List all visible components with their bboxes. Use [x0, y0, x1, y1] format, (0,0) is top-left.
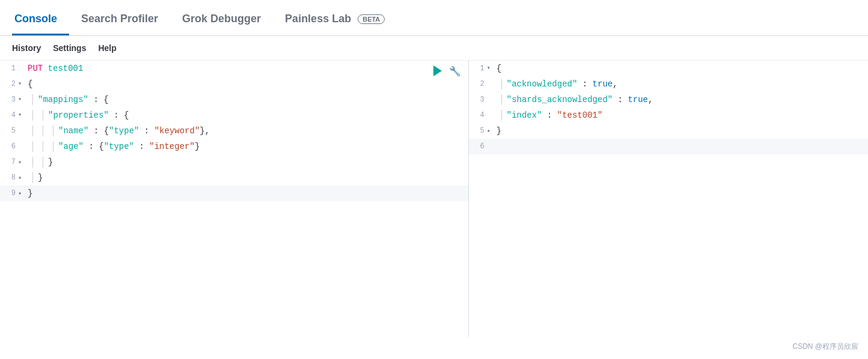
- indent-guide: [43, 141, 43, 152]
- syntax-token: "acknowledged": [507, 79, 578, 89]
- fold-arrow[interactable]: ▴: [18, 170, 25, 186]
- syntax-token: "index": [507, 110, 542, 120]
- code-line: 5▴}: [469, 123, 868, 139]
- line-content: "acknowledged" : true,: [494, 76, 618, 92]
- line-number: 3: [0, 92, 18, 107]
- indent-guide: [32, 141, 33, 152]
- tab-grok-debugger[interactable]: Grok Debugger: [170, 13, 273, 35]
- fold-arrow[interactable]: ▴: [18, 154, 25, 170]
- indent-guide: [501, 94, 502, 105]
- line-content: "index" : "test001": [494, 107, 603, 123]
- code-line: 3▾"mappings" : {: [0, 92, 468, 107]
- indent-guide: [32, 94, 33, 105]
- syntax-token: "properties": [48, 110, 109, 120]
- fold-arrow[interactable]: ▾: [18, 92, 25, 107]
- syntax-token: "keyword": [154, 126, 200, 136]
- right-code-editor: 1▾{2"acknowledged" : true,3"shards_ackno…: [469, 61, 868, 154]
- syntax-token: true: [628, 95, 648, 104]
- code-line: 4▾"properties" : {: [0, 107, 468, 123]
- syntax-token: :: [613, 95, 628, 104]
- syntax-token: "age": [58, 142, 84, 151]
- indent-guide: [43, 157, 43, 167]
- line-number: 1: [0, 61, 18, 76]
- line-content: PUT test001: [25, 61, 83, 76]
- syntax-token: }: [38, 173, 43, 183]
- left-code-editor: 1PUT test0012▾{3▾"mappings" : {4▾"proper…: [0, 61, 468, 201]
- line-number: 8: [0, 170, 18, 186]
- line-content: {: [25, 76, 32, 92]
- syntax-token: : {: [84, 142, 104, 151]
- line-number: 9: [0, 186, 18, 201]
- syntax-token: : {: [88, 95, 109, 104]
- indent-guide: [32, 157, 33, 167]
- help-button[interactable]: Help: [98, 41, 116, 55]
- syntax-token: }: [195, 142, 200, 151]
- line-number: 4: [0, 107, 18, 123]
- tab-painless-lab[interactable]: Painless Lab BETA: [273, 13, 397, 35]
- syntax-token: "shards_acknowledged": [507, 95, 613, 104]
- line-content: "age" : {"type" : "integer"}: [25, 139, 200, 154]
- history-button[interactable]: History: [12, 41, 41, 55]
- code-line: 1PUT test001: [0, 61, 468, 76]
- tab-console[interactable]: Console: [12, 13, 69, 35]
- line-content: "shards_acknowledged" : true,: [494, 92, 653, 107]
- indent-guide: [501, 110, 502, 121]
- code-line: 9▴}: [0, 186, 468, 201]
- line-number: 2: [469, 76, 487, 92]
- code-line: 7▴}: [0, 154, 468, 170]
- line-number: 5: [0, 123, 18, 139]
- code-line: 2▾{: [0, 76, 468, 92]
- line-content: }: [25, 170, 43, 186]
- line-content: }: [25, 186, 32, 201]
- syntax-token: }: [497, 126, 501, 136]
- syntax-token: :: [139, 126, 154, 136]
- line-content: "name" : {"type" : "keyword"},: [25, 123, 210, 139]
- fold-arrow[interactable]: ▾: [18, 107, 25, 123]
- line-number: 5: [469, 123, 487, 139]
- indent-guide: [53, 141, 53, 152]
- wrench-icon[interactable]: 🔧: [449, 65, 461, 77]
- line-content: "mappings" : {: [25, 92, 109, 107]
- line-content: "properties" : {: [25, 107, 129, 123]
- run-button[interactable]: [431, 64, 444, 77]
- line-number: 6: [0, 139, 18, 154]
- code-line: 1▾{: [469, 61, 868, 76]
- line-content: }: [494, 123, 501, 139]
- line-number: 1: [469, 61, 487, 76]
- left-pane[interactable]: 1PUT test0012▾{3▾"mappings" : {4▾"proper…: [0, 61, 469, 337]
- line-number: 2: [0, 76, 18, 92]
- code-line: 3"shards_acknowledged" : true,: [469, 92, 868, 107]
- indent-guide: [32, 125, 33, 136]
- syntax-token: :: [134, 142, 149, 151]
- syntax-token: :: [577, 79, 592, 89]
- line-number: 3: [469, 92, 487, 107]
- code-line: 8▴}: [0, 170, 468, 186]
- syntax-token: },: [200, 126, 210, 136]
- syntax-token: : {: [88, 126, 109, 136]
- syntax-token: "test001": [557, 110, 603, 120]
- syntax-token: {: [28, 79, 32, 89]
- fold-arrow[interactable]: ▾: [487, 61, 494, 76]
- top-nav: Console Search Profiler Grok Debugger Pa…: [0, 0, 868, 36]
- syntax-token: "type": [109, 126, 139, 136]
- line-content: {: [494, 61, 501, 76]
- syntax-token: ,: [613, 79, 617, 89]
- indent-guide: [32, 172, 33, 183]
- syntax-token: : {: [109, 110, 129, 120]
- code-line: 2"acknowledged" : true,: [469, 76, 868, 92]
- code-line: 4"index" : "test001": [469, 107, 868, 123]
- tab-search-profiler[interactable]: Search Profiler: [69, 13, 170, 35]
- editor-area: 1PUT test0012▾{3▾"mappings" : {4▾"proper…: [0, 61, 868, 337]
- settings-button[interactable]: Settings: [53, 41, 86, 55]
- fold-arrow[interactable]: ▾: [18, 76, 25, 92]
- indent-guide: [32, 110, 33, 121]
- syntax-token: :: [542, 110, 557, 120]
- syntax-token: true: [593, 79, 613, 89]
- line-number: 7: [0, 154, 18, 170]
- line-number: 6: [469, 139, 487, 154]
- fold-arrow[interactable]: ▴: [18, 186, 25, 201]
- syntax-token: }: [28, 189, 32, 198]
- right-pane[interactable]: 1▾{2"acknowledged" : true,3"shards_ackno…: [469, 61, 868, 337]
- syntax-token: PUT: [28, 64, 48, 73]
- fold-arrow[interactable]: ▴: [487, 123, 494, 139]
